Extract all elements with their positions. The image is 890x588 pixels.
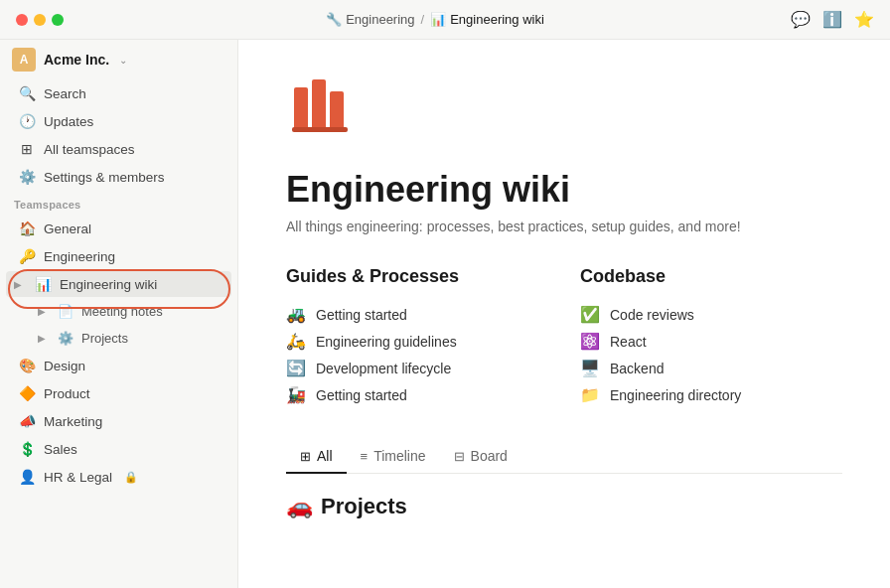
sidebar-item-all-teamspaces[interactable]: ⊞ All teamspaces bbox=[6, 136, 231, 162]
codebase-heading: Codebase bbox=[580, 266, 842, 287]
titlebar-actions: 💬 ℹ️ ⭐ bbox=[791, 10, 874, 30]
chart-icon: 📊 bbox=[430, 12, 446, 27]
monitor-icon: 🖥️ bbox=[580, 359, 602, 377]
maximize-button[interactable] bbox=[52, 14, 64, 26]
folder-icon: 📁 bbox=[580, 385, 602, 404]
main-content-area: Engineering wiki All things engineering:… bbox=[238, 0, 890, 588]
workspace-selector[interactable]: A Acme Inc. ⌄ bbox=[0, 40, 237, 79]
page-icon bbox=[286, 72, 842, 153]
close-button[interactable] bbox=[16, 14, 28, 26]
child-expand-icon-2: ▶ bbox=[38, 333, 50, 344]
sidebar-item-general[interactable]: 🏠 General bbox=[6, 216, 231, 241]
palette-icon: 🎨 bbox=[18, 358, 36, 373]
breadcrumb-current: 📊 Engineering wiki bbox=[430, 12, 544, 27]
diamond-icon: 🔶 bbox=[18, 385, 36, 401]
expand-arrow-icon: ▶ bbox=[14, 279, 26, 290]
link-development-lifecycle[interactable]: 🔄 Development lifecycle bbox=[286, 355, 548, 381]
grid-icon: ⊞ bbox=[18, 141, 36, 157]
sidebar-item-engineering[interactable]: 🔑 Engineering bbox=[6, 243, 231, 269]
sidebar-item-meeting-notes[interactable]: ▶ 📄 Meeting notes bbox=[6, 299, 231, 324]
breadcrumb-separator: / bbox=[421, 12, 425, 27]
bar-chart-icon: 📊 bbox=[34, 276, 52, 292]
link-getting-started-1[interactable]: 🚜 Getting started bbox=[286, 301, 548, 328]
titlebar: 🔧 Engineering / 📊 Engineering wiki 💬 ℹ️ … bbox=[0, 0, 890, 40]
page-subtitle: All things engineering: processes, best … bbox=[286, 219, 842, 234]
list-tab-icon: ≡ bbox=[361, 449, 369, 464]
tab-all[interactable]: ⊞ All bbox=[286, 440, 347, 474]
link-backend[interactable]: 🖥️ Backend bbox=[580, 355, 842, 381]
link-getting-started-2[interactable]: 🚂 Getting started bbox=[286, 381, 548, 408]
breadcrumb-parent[interactable]: 🔧 Engineering bbox=[326, 12, 414, 27]
lock-icon: 🔒 bbox=[124, 471, 138, 484]
react-icon: ⚛️ bbox=[580, 332, 602, 351]
tractor-icon: 🚜 bbox=[286, 305, 308, 324]
sidebar-item-product[interactable]: 🔶 Product bbox=[6, 380, 231, 406]
link-engineering-directory[interactable]: 📁 Engineering directory bbox=[580, 381, 842, 408]
sidebar-item-updates[interactable]: 🕐 Updates bbox=[6, 108, 231, 134]
home-icon: 🏠 bbox=[18, 220, 36, 236]
wrench-icon: 🔧 bbox=[326, 12, 342, 27]
sidebar: A Acme Inc. ⌄ 🔍 Search 🕐 Updates ⊞ All t… bbox=[0, 0, 238, 588]
doc-icon: 📄 bbox=[58, 304, 74, 319]
star-icon[interactable]: ⭐ bbox=[854, 10, 874, 30]
teamspaces-label: Teamspaces bbox=[0, 191, 237, 215]
link-code-reviews[interactable]: ✅ Code reviews bbox=[580, 301, 842, 328]
key-icon: 🔑 bbox=[18, 248, 36, 264]
link-react[interactable]: ⚛️ React bbox=[580, 328, 842, 355]
projects-heading: 🚗 Projects bbox=[286, 494, 842, 519]
clock-icon: 🕐 bbox=[18, 113, 36, 129]
info-icon[interactable]: ℹ️ bbox=[822, 10, 842, 30]
workspace-name: Acme Inc. bbox=[44, 52, 109, 68]
sidebar-item-marketing[interactable]: 📣 Marketing bbox=[6, 408, 231, 434]
guides-section: Guides & Processes 🚜 Getting started 🛵 E… bbox=[286, 266, 548, 408]
sidebar-item-search[interactable]: 🔍 Search bbox=[6, 80, 231, 106]
svg-rect-3 bbox=[292, 127, 348, 132]
gear-icon: ⚙️ bbox=[18, 169, 36, 185]
gear-small-icon: ⚙️ bbox=[58, 331, 74, 346]
codebase-section: Codebase ✅ Code reviews ⚛️ React 🖥️ Back… bbox=[580, 266, 842, 408]
megaphone-icon: 📣 bbox=[18, 413, 36, 429]
svg-rect-0 bbox=[294, 87, 308, 131]
train-icon: 🚂 bbox=[286, 385, 308, 404]
child-expand-icon: ▶ bbox=[38, 306, 50, 317]
board-tab-icon: ⊟ bbox=[454, 449, 465, 464]
chevron-icon: ⌄ bbox=[119, 55, 127, 66]
car-icon: 🚗 bbox=[286, 494, 313, 519]
person-icon: 👤 bbox=[18, 469, 36, 485]
search-icon: 🔍 bbox=[18, 85, 36, 101]
checkmark-icon: ✅ bbox=[580, 305, 602, 324]
breadcrumb: 🔧 Engineering / 📊 Engineering wiki bbox=[79, 12, 791, 27]
tab-board[interactable]: ⊟ Board bbox=[440, 440, 521, 474]
grid-tab-icon: ⊞ bbox=[300, 449, 311, 464]
scooter-icon: 🛵 bbox=[286, 332, 308, 351]
tabs-bar: ⊞ All ≡ Timeline ⊟ Board bbox=[286, 440, 842, 474]
workspace-icon: A bbox=[12, 48, 36, 72]
sidebar-item-projects[interactable]: ▶ ⚙️ Projects bbox=[6, 326, 231, 351]
chat-icon[interactable]: 💬 bbox=[791, 10, 811, 30]
svg-rect-2 bbox=[330, 91, 344, 131]
svg-rect-1 bbox=[312, 79, 326, 131]
sidebar-item-design[interactable]: 🎨 Design bbox=[6, 353, 231, 378]
dollar-icon: 💲 bbox=[18, 441, 36, 457]
sidebar-item-engineering-wiki[interactable]: ▶ 📊 Engineering wiki bbox=[6, 271, 231, 297]
page-title: Engineering wiki bbox=[286, 169, 842, 211]
tab-timeline[interactable]: ≡ Timeline bbox=[347, 440, 440, 474]
sidebar-item-hr-legal[interactable]: 👤 HR & Legal 🔒 bbox=[6, 464, 231, 490]
minimize-button[interactable] bbox=[34, 14, 46, 26]
sidebar-item-settings[interactable]: ⚙️ Settings & members bbox=[6, 164, 231, 190]
link-engineering-guidelines[interactable]: 🛵 Engineering guidelines bbox=[286, 328, 548, 355]
window-controls bbox=[16, 14, 64, 26]
guides-heading: Guides & Processes bbox=[286, 266, 548, 287]
cycle-icon: 🔄 bbox=[286, 359, 308, 377]
content-grid: Guides & Processes 🚜 Getting started 🛵 E… bbox=[286, 266, 842, 408]
sidebar-item-sales[interactable]: 💲 Sales bbox=[6, 436, 231, 462]
